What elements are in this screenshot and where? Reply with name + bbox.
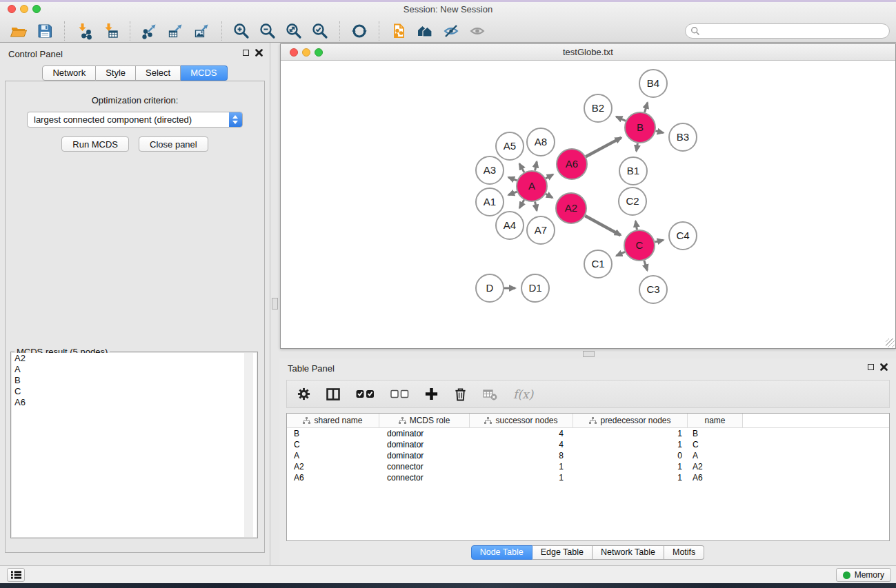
graph-edge-B-B2[interactable]: [616, 116, 626, 121]
table-cell[interactable]: dominator: [379, 451, 470, 460]
import-table-button[interactable]: [101, 21, 120, 41]
scrollbar-track[interactable]: [244, 353, 253, 537]
save-session-button[interactable]: [35, 21, 54, 41]
graph-node-C1[interactable]: C1: [584, 250, 612, 278]
graph-node-C3[interactable]: C3: [639, 276, 667, 303]
graph-edge-C-C4[interactable]: [655, 240, 663, 242]
tab-select[interactable]: Select: [136, 65, 181, 81]
tab-network[interactable]: Network: [42, 65, 96, 81]
table-cell[interactable]: connector: [379, 473, 470, 483]
deselect-all-rows-button[interactable]: [390, 385, 409, 404]
graph-edge-A-A8[interactable]: [535, 161, 537, 170]
tab-network-table[interactable]: Network Table: [593, 545, 664, 560]
criterion-dropdown[interactable]: largest connected component (directed): [27, 112, 243, 128]
mcds-result-item[interactable]: B: [12, 375, 257, 386]
graph-edge-A6-B[interactable]: [586, 138, 621, 157]
close-panel-icon[interactable]: [255, 49, 263, 57]
graph-node-C4[interactable]: C4: [669, 222, 697, 250]
mcds-result-list[interactable]: A2ABCA6: [12, 353, 257, 537]
tab-node-table[interactable]: Node Table: [471, 545, 532, 560]
table-cell[interactable]: dominator: [379, 440, 470, 449]
graph-node-A[interactable]: A: [517, 171, 547, 201]
mcds-result-item[interactable]: A2: [12, 353, 257, 364]
create-new-network-button[interactable]: [389, 21, 408, 41]
graph-edge-B-B3[interactable]: [655, 131, 663, 133]
table-row[interactable]: Adominator80A: [287, 450, 889, 461]
table-cell[interactable]: 1: [573, 462, 688, 472]
graph-node-A6[interactable]: A6: [557, 149, 587, 179]
zoom-selected-button[interactable]: [310, 21, 330, 41]
memory-button[interactable]: Memory: [836, 568, 891, 582]
graph-node-A3[interactable]: A3: [476, 156, 504, 184]
import-network-button[interactable]: [74, 21, 94, 41]
open-session-button[interactable]: [9, 21, 28, 41]
table-cell[interactable]: A2: [287, 462, 379, 472]
float-panel-icon[interactable]: [243, 50, 249, 56]
export-network-button[interactable]: [140, 21, 159, 41]
search-field[interactable]: [685, 23, 890, 39]
table-cell[interactable]: 1: [470, 473, 573, 483]
table-cell[interactable]: A6: [287, 473, 379, 483]
graph-node-D1[interactable]: D1: [521, 274, 549, 302]
table-cell[interactable]: 4: [470, 429, 573, 438]
zoom-fit-button[interactable]: [284, 21, 303, 41]
column-header-shared-name[interactable]: shared name: [287, 414, 379, 427]
table-cell[interactable]: A: [287, 451, 379, 460]
graph-edge-C-C3[interactable]: [644, 261, 647, 270]
mcds-result-item[interactable]: A: [12, 364, 257, 375]
first-neighbors-button[interactable]: [415, 21, 435, 41]
table-cell[interactable]: A6: [688, 473, 743, 483]
graph-node-B4[interactable]: B4: [639, 70, 667, 97]
table-cell[interactable]: B: [688, 429, 743, 438]
graph-edge-A-A6[interactable]: [546, 174, 553, 179]
graph-node-C2[interactable]: C2: [619, 187, 646, 215]
float-panel-icon[interactable]: [868, 364, 874, 370]
table-cell[interactable]: connector: [379, 462, 470, 472]
graph-edge-A-A2[interactable]: [546, 194, 552, 198]
window-resize-grip[interactable]: [886, 338, 895, 347]
close-panel-icon[interactable]: [880, 363, 888, 371]
graph-node-A5[interactable]: A5: [496, 132, 524, 160]
table-cell[interactable]: A2: [688, 462, 743, 472]
show-graphics-details-button[interactable]: [468, 21, 487, 41]
graph-node-A7[interactable]: A7: [527, 216, 555, 244]
table-cell[interactable]: 0: [573, 451, 688, 460]
delete-columns-button[interactable]: [454, 385, 467, 404]
table-cell[interactable]: 1: [573, 440, 688, 449]
network-canvas[interactable]: AA1A2A3A4A5A6A7A8BB1B2B3B4CC1C2C3C4DD1: [281, 61, 895, 348]
table-cell[interactable]: C: [287, 440, 379, 449]
table-cell[interactable]: 1: [470, 462, 573, 472]
task-history-button[interactable]: [7, 568, 25, 582]
graph-node-D[interactable]: D: [476, 274, 504, 302]
table-row[interactable]: Bdominator41B: [287, 428, 889, 439]
column-header-successor-nodes[interactable]: successor nodes: [470, 414, 573, 427]
run-mcds-button[interactable]: Run MCDS: [61, 136, 129, 152]
graph-edge-C-C2[interactable]: [635, 221, 637, 230]
graph-node-C[interactable]: C: [624, 230, 655, 261]
graph-node-B[interactable]: B: [625, 112, 655, 143]
delete-table-button[interactable]: [483, 385, 497, 404]
graph-edge-A-A4[interactable]: [519, 200, 524, 208]
table-cell[interactable]: A: [688, 451, 743, 460]
table-cell[interactable]: dominator: [379, 429, 470, 438]
zoom-in-button[interactable]: [232, 21, 251, 41]
table-cell[interactable]: B: [287, 429, 379, 438]
column-layout-button[interactable]: [326, 385, 340, 404]
column-header-name[interactable]: name: [688, 414, 743, 427]
select-all-rows-button[interactable]: [356, 385, 375, 404]
graph-edge-A-A5[interactable]: [519, 163, 524, 172]
graph-edge-A-A1[interactable]: [508, 192, 517, 195]
table-row[interactable]: Cdominator41C: [287, 439, 889, 450]
graph-edge-A-A3[interactable]: [508, 177, 517, 181]
graph-node-A8[interactable]: A8: [527, 128, 555, 156]
graph-node-A1[interactable]: A1: [476, 188, 504, 216]
close-panel-button[interactable]: Close panel: [139, 136, 208, 152]
table-cell[interactable]: 8: [470, 451, 573, 460]
search-input[interactable]: [700, 25, 889, 37]
add-column-button[interactable]: [425, 385, 438, 404]
graph-edge-B-B4[interactable]: [645, 103, 648, 112]
graph-edge-A-A7[interactable]: [535, 202, 537, 211]
table-cell[interactable]: 1: [573, 473, 688, 483]
horizontal-splitter-grip[interactable]: [583, 351, 595, 357]
graph-node-B3[interactable]: B3: [669, 123, 697, 151]
